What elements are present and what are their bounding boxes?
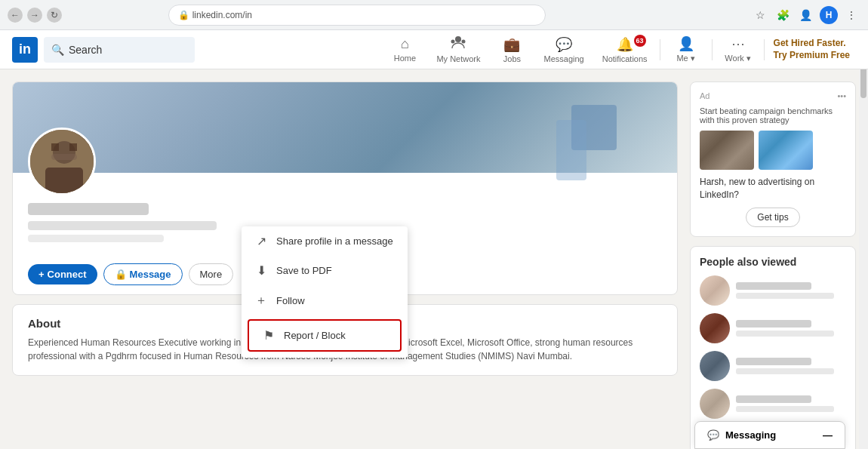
browser-profile-button[interactable]: H <box>820 6 838 24</box>
home-icon: ⌂ <box>401 36 409 52</box>
profile-banner <box>13 82 677 173</box>
nav-divider-3 <box>764 39 765 60</box>
nav-divider-2 <box>712 39 713 60</box>
person-info-4 <box>736 395 846 412</box>
more-button[interactable]: More <box>189 263 234 285</box>
profile-avatar-wrapper <box>28 128 96 195</box>
person-avatar-1 <box>700 275 730 306</box>
person-info-2 <box>736 320 846 337</box>
linkedin-navbar: in 🔍 ⌂ Home My Network 💼 Jobs 💬 Messagin… <box>0 30 868 69</box>
svg-rect-7 <box>69 143 77 151</box>
ad-cta-button[interactable]: Get tips <box>746 208 799 227</box>
ad-menu-icon[interactable]: ••• <box>837 91 846 100</box>
person-item-1[interactable] <box>700 275 846 306</box>
address-bar[interactable]: 🔒 linkedin.com/in <box>168 5 546 26</box>
dropdown-follow[interactable]: ＋ Follow <box>242 285 408 316</box>
person-item-3[interactable] <box>700 351 846 381</box>
people-also-viewed-card: People also viewed <box>690 246 856 449</box>
linkedin-logo[interactable]: in <box>12 37 38 63</box>
url-text: linkedin.com/in <box>192 10 252 20</box>
person-name-3 <box>736 358 811 365</box>
star-icon[interactable]: ☆ <box>752 6 770 24</box>
jobs-icon: 💼 <box>503 36 520 53</box>
nav-notifications-label: Notifications <box>602 54 648 63</box>
messaging-bubble[interactable]: 💬 Messaging — <box>694 421 845 449</box>
person-item-4[interactable] <box>700 389 846 419</box>
ad-label: Ad <box>700 91 709 100</box>
report-icon: ⚑ <box>261 328 276 343</box>
share-label: Share profile in a message <box>276 235 393 247</box>
follow-icon: ＋ <box>254 293 269 309</box>
nav-home[interactable]: ⌂ Home <box>382 30 427 69</box>
messaging-icon: 💬 <box>556 36 572 53</box>
pdf-icon: ⬇ <box>254 263 269 278</box>
connect-icon: + <box>38 269 45 280</box>
save-pdf-label: Save to PDF <box>276 265 332 276</box>
person-item-2[interactable] <box>700 313 846 343</box>
search-icon: 🔍 <box>51 44 64 56</box>
ad-image-2 <box>759 131 813 170</box>
menu-icon[interactable]: ⋮ <box>842 6 860 24</box>
network-icon <box>451 35 466 53</box>
share-icon: ↗ <box>254 234 269 248</box>
premium-line2: Try Premium Free <box>774 50 850 62</box>
message-button[interactable]: 🔒 Message <box>103 263 183 285</box>
people-also-viewed-title: People also viewed <box>700 256 846 268</box>
nav-me[interactable]: 👤 Me ▾ <box>663 30 709 69</box>
browser-chrome: ← → ↻ 🔒 linkedin.com/in ☆ 🧩 👤 H ⋮ <box>0 0 868 30</box>
nav-messaging[interactable]: 💬 Messaging <box>534 30 593 69</box>
nav-jobs[interactable]: 💼 Jobs <box>489 30 534 69</box>
person-avatar-4 <box>700 389 730 419</box>
browser-actions: ☆ 🧩 👤 H ⋮ <box>752 6 860 24</box>
svg-rect-8 <box>51 154 77 160</box>
messaging-label: Messaging <box>725 429 776 441</box>
messaging-toggle-icon: — <box>823 429 833 441</box>
person-info-3 <box>736 358 846 374</box>
forward-button[interactable]: → <box>27 8 42 23</box>
search-bar[interactable]: 🔍 <box>44 37 195 63</box>
ad-images <box>700 131 846 170</box>
person-name-1 <box>736 282 811 290</box>
nav-items: ⌂ Home My Network 💼 Jobs 💬 Messaging 🔔 6… <box>382 30 856 69</box>
refresh-button[interactable]: ↻ <box>47 8 62 23</box>
person-title-4 <box>736 406 834 412</box>
browser-nav-buttons: ← → ↻ <box>8 8 62 23</box>
user-profile-icon[interactable]: 👤 <box>797 6 815 24</box>
me-avatar-icon: 👤 <box>678 35 694 52</box>
avatar-image <box>30 130 94 193</box>
lock-icon: 🔒 <box>115 269 127 280</box>
extension-icon[interactable]: 🧩 <box>774 6 793 24</box>
person-name-4 <box>736 395 811 403</box>
ad-card: Ad ••• Start beating campaign benchmarks… <box>690 81 856 237</box>
profile-subtitle-placeholder <box>28 221 217 230</box>
ad-text: Start beating campaign benchmarks with t… <box>700 106 846 125</box>
back-button[interactable]: ← <box>8 8 23 23</box>
search-input[interactable] <box>69 44 182 56</box>
nav-network[interactable]: My Network <box>427 30 489 69</box>
person-title-1 <box>736 293 834 299</box>
scrollbar[interactable] <box>859 30 868 449</box>
svg-rect-5 <box>45 168 83 195</box>
ad-header: Ad ••• <box>700 91 846 100</box>
dropdown-menu: ↗ Share profile in a message ⬇ Save to P… <box>242 226 408 358</box>
nav-home-label: Home <box>394 54 416 63</box>
nav-network-label: My Network <box>436 54 480 63</box>
person-avatar-3 <box>700 351 730 381</box>
profile-avatar <box>28 128 96 195</box>
dropdown-share-profile[interactable]: ↗ Share profile in a message <box>242 226 408 256</box>
premium-line1: Get Hired Faster. <box>774 38 850 50</box>
svg-rect-6 <box>51 143 59 151</box>
person-title-3 <box>736 368 834 374</box>
connect-button[interactable]: + Connect <box>28 264 97 284</box>
svg-point-2 <box>462 40 466 44</box>
nav-work[interactable]: ⋯ Work ▾ <box>716 30 761 69</box>
nav-notifications[interactable]: 🔔 63 Notifications <box>593 30 657 69</box>
follow-label: Follow <box>276 295 305 306</box>
person-avatar-2 <box>700 313 730 343</box>
dropdown-report-block[interactable]: ⚑ Report / Block <box>248 319 402 352</box>
right-sidebar: Ad ••• Start beating campaign benchmarks… <box>690 81 856 437</box>
person-title-2 <box>736 331 834 337</box>
premium-button[interactable]: Get Hired Faster. Try Premium Free <box>768 38 856 61</box>
work-icon: ⋯ <box>731 35 745 52</box>
dropdown-save-pdf[interactable]: ⬇ Save to PDF <box>242 256 408 285</box>
